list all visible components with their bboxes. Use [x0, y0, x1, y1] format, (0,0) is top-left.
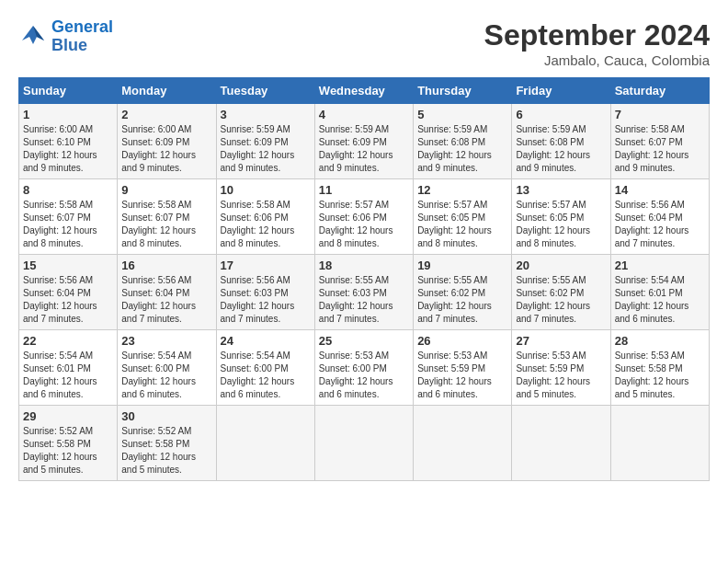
day-info: Sunrise: 5:53 AM Sunset: 6:00 PM Dayligh…	[319, 350, 409, 401]
calendar-cell: 23 Sunrise: 5:54 AM Sunset: 6:00 PM Dayl…	[118, 330, 216, 406]
day-number: 27	[516, 334, 606, 348]
day-info: Sunrise: 5:53 AM Sunset: 5:59 PM Dayligh…	[516, 350, 606, 401]
day-number: 12	[417, 183, 507, 197]
calendar-cell: 3 Sunrise: 5:59 AM Sunset: 6:09 PM Dayli…	[216, 104, 314, 179]
day-info: Sunrise: 5:58 AM Sunset: 6:06 PM Dayligh…	[221, 199, 311, 250]
calendar-cell: 14 Sunrise: 5:56 AM Sunset: 6:04 PM Dayl…	[610, 179, 709, 255]
weekday-header-monday: Monday	[118, 78, 216, 104]
calendar-cell: 7 Sunrise: 5:58 AM Sunset: 6:07 PM Dayli…	[610, 104, 709, 179]
day-number: 24	[221, 334, 311, 348]
day-number: 7	[615, 108, 705, 121]
day-info: Sunrise: 5:54 AM Sunset: 6:01 PM Dayligh…	[23, 350, 113, 401]
day-info: Sunrise: 5:55 AM Sunset: 6:03 PM Dayligh…	[319, 274, 409, 326]
day-info: Sunrise: 5:54 AM Sunset: 6:00 PM Dayligh…	[221, 350, 311, 401]
day-number: 20	[516, 259, 606, 272]
calendar-cell: 20 Sunrise: 5:55 AM Sunset: 6:02 PM Dayl…	[512, 255, 610, 330]
calendar-cell	[610, 406, 709, 481]
calendar-cell: 12 Sunrise: 5:57 AM Sunset: 6:05 PM Dayl…	[414, 179, 512, 255]
calendar-cell: 10 Sunrise: 5:58 AM Sunset: 6:06 PM Dayl…	[216, 179, 314, 255]
day-number: 4	[319, 108, 409, 121]
day-info: Sunrise: 5:59 AM Sunset: 6:09 PM Dayligh…	[319, 123, 409, 175]
day-info: Sunrise: 5:56 AM Sunset: 6:04 PM Dayligh…	[23, 274, 113, 326]
day-number: 15	[23, 259, 113, 272]
calendar-cell: 22 Sunrise: 5:54 AM Sunset: 6:01 PM Dayl…	[19, 330, 118, 406]
day-info: Sunrise: 5:52 AM Sunset: 5:58 PM Dayligh…	[121, 425, 211, 477]
day-number: 25	[319, 334, 409, 348]
calendar-cell	[414, 406, 512, 481]
day-number: 5	[417, 108, 507, 121]
day-info: Sunrise: 6:00 AM Sunset: 6:09 PM Dayligh…	[121, 123, 211, 175]
calendar-cell: 18 Sunrise: 5:55 AM Sunset: 6:03 PM Dayl…	[314, 255, 413, 330]
day-number: 8	[23, 183, 113, 197]
day-number: 6	[516, 108, 606, 121]
calendar-cell: 16 Sunrise: 5:56 AM Sunset: 6:04 PM Dayl…	[118, 255, 216, 330]
calendar-cell: 6 Sunrise: 5:59 AM Sunset: 6:08 PM Dayli…	[512, 104, 610, 179]
weekday-header-friday: Friday	[512, 78, 610, 104]
day-number: 17	[221, 259, 311, 272]
weekday-header-saturday: Saturday	[610, 78, 709, 104]
day-number: 28	[615, 334, 705, 348]
location: Jambalo, Cauca, Colombia	[484, 52, 710, 68]
day-number: 23	[121, 334, 211, 348]
calendar-cell: 9 Sunrise: 5:58 AM Sunset: 6:07 PM Dayli…	[118, 179, 216, 255]
day-info: Sunrise: 5:58 AM Sunset: 6:07 PM Dayligh…	[23, 199, 113, 250]
calendar-cell: 17 Sunrise: 5:56 AM Sunset: 6:03 PM Dayl…	[216, 255, 314, 330]
day-number: 16	[121, 259, 211, 272]
calendar-cell: 29 Sunrise: 5:52 AM Sunset: 5:58 PM Dayl…	[19, 406, 118, 481]
calendar-cell: 13 Sunrise: 5:57 AM Sunset: 6:05 PM Dayl…	[512, 179, 610, 255]
day-number: 13	[516, 183, 606, 197]
day-info: Sunrise: 5:58 AM Sunset: 6:07 PM Dayligh…	[615, 123, 705, 175]
calendar-cell: 5 Sunrise: 5:59 AM Sunset: 6:08 PM Dayli…	[414, 104, 512, 179]
day-info: Sunrise: 5:55 AM Sunset: 6:02 PM Dayligh…	[516, 274, 606, 326]
day-info: Sunrise: 5:56 AM Sunset: 6:03 PM Dayligh…	[221, 274, 311, 326]
day-info: Sunrise: 5:59 AM Sunset: 6:08 PM Dayligh…	[516, 123, 606, 175]
calendar-cell: 15 Sunrise: 5:56 AM Sunset: 6:04 PM Dayl…	[19, 255, 118, 330]
calendar-cell	[512, 406, 610, 481]
weekday-header-wednesday: Wednesday	[314, 78, 413, 104]
day-number: 30	[121, 409, 211, 423]
calendar-cell	[314, 406, 413, 481]
day-info: Sunrise: 5:58 AM Sunset: 6:07 PM Dayligh…	[121, 199, 211, 250]
weekday-header-thursday: Thursday	[414, 78, 512, 104]
calendar-cell: 21 Sunrise: 5:54 AM Sunset: 6:01 PM Dayl…	[610, 255, 709, 330]
weekday-header-tuesday: Tuesday	[216, 78, 314, 104]
calendar-table: SundayMondayTuesdayWednesdayThursdayFrid…	[18, 77, 710, 481]
day-info: Sunrise: 5:53 AM Sunset: 5:58 PM Dayligh…	[615, 350, 705, 401]
calendar-cell: 27 Sunrise: 5:53 AM Sunset: 5:59 PM Dayl…	[512, 330, 610, 406]
calendar-cell: 4 Sunrise: 5:59 AM Sunset: 6:09 PM Dayli…	[314, 104, 413, 179]
svg-marker-0	[22, 26, 44, 44]
day-number: 1	[23, 108, 113, 121]
day-number: 11	[319, 183, 409, 197]
day-number: 9	[121, 183, 211, 197]
calendar-cell: 11 Sunrise: 5:57 AM Sunset: 6:06 PM Dayl…	[314, 179, 413, 255]
day-info: Sunrise: 5:54 AM Sunset: 6:01 PM Dayligh…	[615, 274, 705, 326]
day-info: Sunrise: 6:00 AM Sunset: 6:10 PM Dayligh…	[23, 123, 113, 175]
day-info: Sunrise: 5:57 AM Sunset: 6:05 PM Dayligh…	[417, 199, 507, 250]
logo-icon	[18, 22, 48, 52]
day-number: 29	[23, 409, 113, 423]
day-number: 3	[221, 108, 311, 121]
calendar-cell: 2 Sunrise: 6:00 AM Sunset: 6:09 PM Dayli…	[118, 104, 216, 179]
calendar-cell: 1 Sunrise: 6:00 AM Sunset: 6:10 PM Dayli…	[19, 104, 118, 179]
calendar-cell: 30 Sunrise: 5:52 AM Sunset: 5:58 PM Dayl…	[118, 406, 216, 481]
day-info: Sunrise: 5:57 AM Sunset: 6:06 PM Dayligh…	[319, 199, 409, 250]
day-info: Sunrise: 5:57 AM Sunset: 6:05 PM Dayligh…	[516, 199, 606, 250]
page-header: General Blue September 2024 Jambalo, Cau…	[18, 18, 710, 68]
weekday-header-sunday: Sunday	[19, 78, 118, 104]
day-info: Sunrise: 5:59 AM Sunset: 6:09 PM Dayligh…	[221, 123, 311, 175]
day-info: Sunrise: 5:56 AM Sunset: 6:04 PM Dayligh…	[615, 199, 705, 250]
month-title: September 2024	[484, 18, 710, 52]
calendar-cell: 26 Sunrise: 5:53 AM Sunset: 5:59 PM Dayl…	[414, 330, 512, 406]
day-info: Sunrise: 5:54 AM Sunset: 6:00 PM Dayligh…	[121, 350, 211, 401]
calendar-cell	[216, 406, 314, 481]
logo-text: General Blue	[51, 18, 113, 55]
calendar-cell: 24 Sunrise: 5:54 AM Sunset: 6:00 PM Dayl…	[216, 330, 314, 406]
title-section: September 2024 Jambalo, Cauca, Colombia	[484, 18, 710, 68]
day-info: Sunrise: 5:55 AM Sunset: 6:02 PM Dayligh…	[417, 274, 507, 326]
logo: General Blue	[18, 18, 113, 55]
day-info: Sunrise: 5:56 AM Sunset: 6:04 PM Dayligh…	[121, 274, 211, 326]
day-number: 2	[121, 108, 211, 121]
calendar-cell: 8 Sunrise: 5:58 AM Sunset: 6:07 PM Dayli…	[19, 179, 118, 255]
day-number: 21	[615, 259, 705, 272]
day-info: Sunrise: 5:52 AM Sunset: 5:58 PM Dayligh…	[23, 425, 113, 477]
